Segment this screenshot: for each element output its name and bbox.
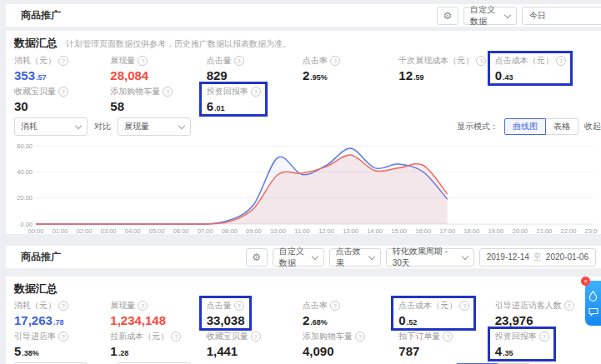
chevron-down-icon	[504, 11, 511, 17]
svg-text:06:00: 06:00	[173, 227, 189, 235]
metric-cell: 展现量?28,084	[110, 54, 206, 85]
section-desc: 计划管理页面数据仅供参考，历史推广数据以报表数据为准。	[66, 38, 291, 50]
help-icon[interactable]: ?	[58, 56, 68, 66]
settings-button[interactable]: ⚙	[437, 7, 458, 25]
svg-text:08:00: 08:00	[222, 227, 238, 235]
conversion-cycle-select[interactable]: 转化效果周期 - 30天	[386, 248, 474, 267]
customize-data-select[interactable]: 自定义数据	[463, 7, 517, 25]
help-icon[interactable]: ?	[58, 301, 68, 311]
metric-value: 0.52	[398, 313, 469, 327]
help-icon[interactable]: ?	[459, 301, 469, 311]
metric-label: 引导进店率?	[14, 331, 68, 342]
svg-text:04:00: 04:00	[125, 227, 141, 235]
help-icon[interactable]: ?	[330, 301, 340, 311]
help-icon[interactable]: ?	[234, 56, 244, 66]
metric-inner: 收藏宝贝量?30	[7, 82, 75, 117]
metric-label: 消耗（元）?	[14, 300, 68, 312]
metric-value: 28,084	[110, 68, 148, 82]
section-title-2: 数据汇总	[14, 283, 58, 295]
metric-value: 829	[207, 68, 244, 82]
metric-value: 6.01	[207, 99, 261, 113]
svg-text:18:00: 18:00	[463, 227, 479, 235]
metric-value: 1.28	[110, 344, 181, 358]
metric-annotation-box: 点击成本（元）?0.52	[391, 296, 476, 331]
metrics-grid-1: 消耗（元）?353.57展现量?28,084点击量?829点击率?2.95%千次…	[14, 54, 591, 116]
page-title: 商品推广	[21, 8, 61, 22]
settings-button-2[interactable]: ⚙	[246, 248, 268, 267]
metric-inner: 添加购物车量?58	[103, 82, 179, 117]
date-range-separator: 至	[533, 252, 542, 263]
metric-label: 添加购物车量?	[303, 331, 365, 342]
metric-label: 拍下订单量?	[398, 331, 453, 342]
metric-select-1[interactable]: 消耗	[14, 117, 88, 136]
customize-data-select-2[interactable]: 自定义数据	[273, 248, 324, 267]
close-badge[interactable]: ×	[581, 277, 590, 286]
metric-cell: 添加购物车量?58	[110, 85, 206, 116]
svg-text:20.00: 20.00	[17, 194, 33, 202]
curve-mode-button[interactable]: 曲线图	[504, 118, 546, 135]
section-header: 数据汇总 计划管理页面数据仅供参考，历史推广数据以报表数据为准。	[14, 37, 591, 50]
table-mode-button[interactable]: 表格	[545, 118, 578, 135]
svg-text:13:00: 13:00	[343, 227, 358, 235]
floating-toolbar[interactable]: ×	[585, 281, 601, 326]
metric-label: 拉新成本（元）?	[110, 331, 181, 342]
section-header-2: 数据汇总	[14, 283, 591, 295]
help-icon[interactable]: ?	[355, 332, 365, 342]
help-icon[interactable]: ?	[58, 332, 68, 342]
metric-value: 2.68%	[303, 313, 340, 327]
help-icon[interactable]: ?	[556, 56, 566, 66]
customize-data-label: 自定义数据	[470, 4, 500, 27]
metric-select-2[interactable]: 展现量	[118, 117, 191, 136]
metric-select-1-value: 消耗	[21, 121, 38, 132]
trend-chart: 0.0020.0040.0060.0000:0001:0002:0003:000…	[14, 141, 598, 237]
svg-text:17:00: 17:00	[439, 227, 455, 235]
metric-cell: 引导进店访客人数?23,976	[495, 299, 591, 330]
help-icon[interactable]: ?	[138, 56, 148, 66]
panel2-header: 商品推广 ⚙ 自定义数据 点击效果 转化效果周期 - 30天 2019-12-1…	[6, 246, 601, 269]
help-icon[interactable]: ?	[251, 87, 261, 97]
help-icon[interactable]: ?	[171, 332, 181, 342]
help-icon[interactable]: ?	[163, 87, 173, 97]
droplet-icon	[588, 291, 598, 302]
help-icon[interactable]: ?	[443, 332, 453, 342]
date-picker[interactable]: 今日	[522, 7, 601, 25]
metric-label: 点击率?	[303, 55, 340, 67]
metric-cell: 千次展现成本（元）?12.59	[398, 54, 494, 85]
collapse-trend-link[interactable]: 收起趋势	[584, 121, 601, 132]
metric-inner: 点击量?829	[199, 51, 251, 86]
metric-value: 33,038	[207, 313, 245, 327]
help-icon[interactable]: ?	[251, 332, 261, 342]
help-icon[interactable]: ?	[234, 301, 244, 311]
metric-cell: 收藏宝贝量?1,441	[207, 330, 303, 361]
chevron-down-icon	[461, 252, 468, 259]
help-icon[interactable]: ?	[58, 87, 68, 97]
svg-text:23:00: 23:00	[585, 227, 598, 235]
svg-text:12:00: 12:00	[318, 227, 334, 235]
help-icon[interactable]: ?	[476, 56, 486, 66]
help-icon[interactable]: ?	[330, 56, 340, 66]
metric-label: 添加购物车量?	[110, 86, 173, 97]
metric-value: 0.43	[495, 68, 566, 82]
metric-label: 点击成本（元）?	[398, 300, 469, 312]
help-icon[interactable]: ?	[138, 301, 148, 311]
metric-value: 58	[110, 99, 173, 113]
help-icon[interactable]: ?	[564, 301, 574, 311]
conversion-cycle-label: 转化效果周期 - 30天	[393, 246, 458, 269]
metric-inner: 千次展现成本（元）?12.59	[391, 51, 493, 86]
metric-value: 4,090	[303, 344, 365, 358]
metric-value: 23,976	[495, 313, 574, 327]
display-mode-group: 显示模式： 曲线图 表格 收起趋势	[457, 118, 601, 135]
svg-text:40.00: 40.00	[17, 168, 33, 176]
metric-label: 千次展现成本（元）?	[398, 55, 486, 67]
date-range-picker[interactable]: 2019-12-14 至 2020-01-06	[479, 248, 596, 267]
panel1-header: 商品推广 ⚙ 自定义数据 今日	[6, 4, 601, 27]
help-icon[interactable]: ?	[539, 332, 549, 342]
chevron-down-icon	[311, 252, 318, 259]
metric-select-2-value: 展现量	[124, 121, 149, 132]
metric-label: 投资回报率?	[495, 331, 549, 342]
metric-cell: 投资回报率?6.01	[207, 85, 303, 116]
metric-value: 2.95%	[303, 68, 340, 82]
click-effect-select[interactable]: 点击效果	[329, 248, 381, 267]
metric-label: 点击量?	[207, 300, 245, 312]
metric-inner: 引导进店访客人数?23,976	[488, 296, 581, 331]
